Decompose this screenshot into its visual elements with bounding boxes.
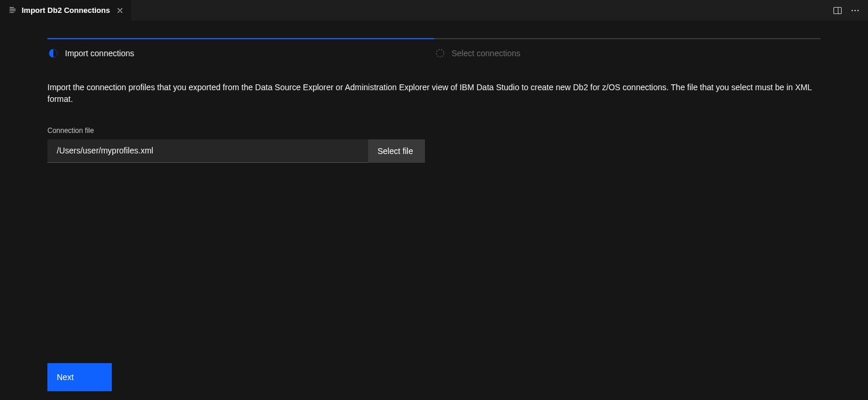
select-file-button[interactable]: Select file (368, 139, 425, 163)
step-label: Select connections (452, 49, 521, 58)
step-incomplete-icon (49, 49, 58, 58)
connection-file-label: Connection file (47, 127, 821, 135)
svg-point-6 (436, 50, 444, 57)
svg-rect-0 (834, 7, 842, 13)
wizard-description: Import the connection profiles that you … (47, 81, 820, 105)
main-content: Import connections Select connections Im… (0, 20, 868, 400)
title-bar: Import Db2 Connections (0, 0, 868, 20)
svg-point-4 (857, 9, 859, 11)
svg-point-2 (852, 9, 853, 11)
step-import-connections[interactable]: Import connections (47, 38, 434, 63)
title-bar-actions (833, 6, 863, 15)
step-label: Import connections (65, 49, 134, 58)
connection-file-section: Connection file Select file (47, 127, 821, 163)
step-select-connections: Select connections (434, 38, 821, 63)
svg-point-3 (855, 9, 856, 11)
close-icon[interactable] (115, 5, 125, 16)
panel-split-icon[interactable] (833, 6, 842, 15)
more-icon[interactable] (850, 6, 860, 15)
tab-title: Import Db2 Connections (22, 6, 110, 15)
connection-file-input[interactable] (47, 139, 368, 163)
document-icon (8, 6, 17, 15)
editor-tab[interactable]: Import Db2 Connections (0, 0, 131, 20)
wizard-steps: Import connections Select connections (47, 38, 821, 63)
file-input-row: Select file (47, 139, 425, 163)
next-button[interactable]: Next (47, 363, 112, 391)
step-pending-icon (435, 49, 445, 58)
wizard-footer: Next (47, 363, 112, 391)
